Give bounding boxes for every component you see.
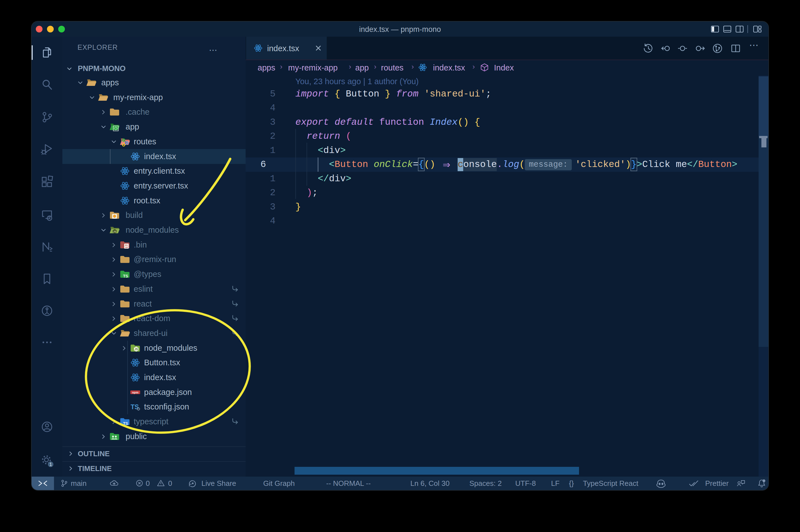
svg-text:10: 10 — [125, 246, 128, 249]
svg-text:1: 1 — [49, 462, 52, 467]
svg-text:TS: TS — [123, 274, 128, 278]
svg-text:npm: npm — [132, 391, 138, 394]
svg-text:JS: JS — [135, 348, 138, 351]
svg-text:TS: TS — [123, 421, 128, 426]
svg-text:JS: JS — [113, 230, 116, 233]
